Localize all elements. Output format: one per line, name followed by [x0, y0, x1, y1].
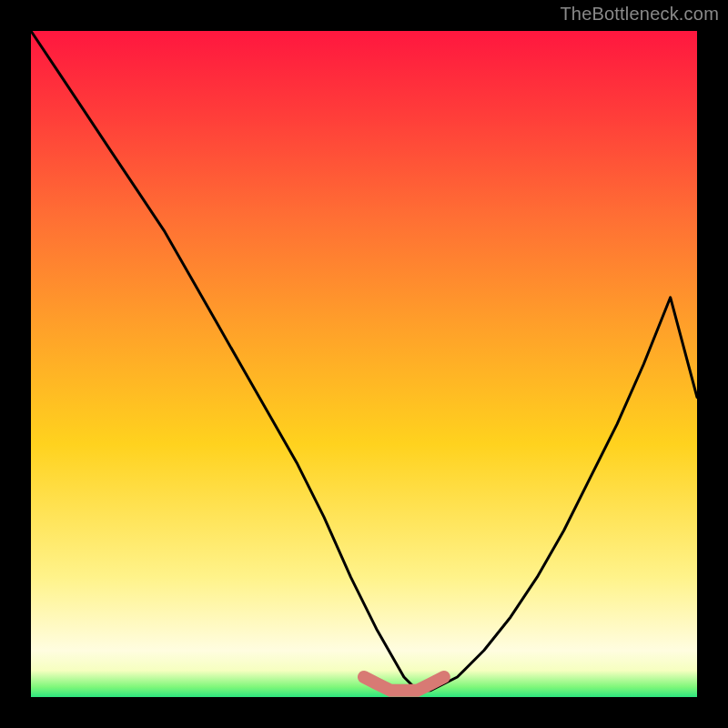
flat-bottom-segment	[364, 677, 444, 691]
plot-area	[31, 31, 697, 697]
watermark-text: TheBottleneck.com	[560, 4, 719, 25]
bottleneck-curve	[31, 31, 697, 691]
curve-svg	[31, 31, 697, 697]
chart-frame: TheBottleneck.com	[0, 0, 728, 728]
